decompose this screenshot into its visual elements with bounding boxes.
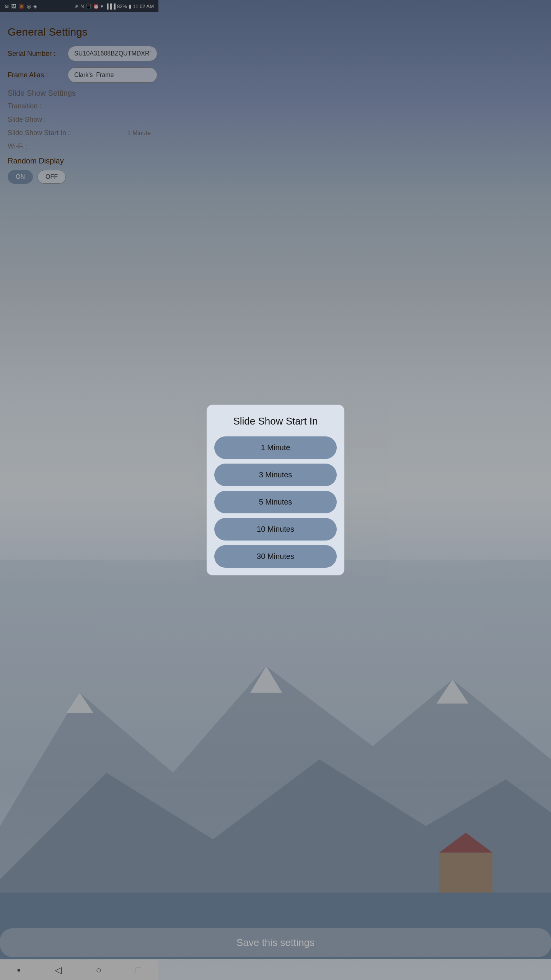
modal-overlay[interactable]: Slide Show Start In 1 Minute 3 Minutes 5…: [0, 0, 158, 343]
